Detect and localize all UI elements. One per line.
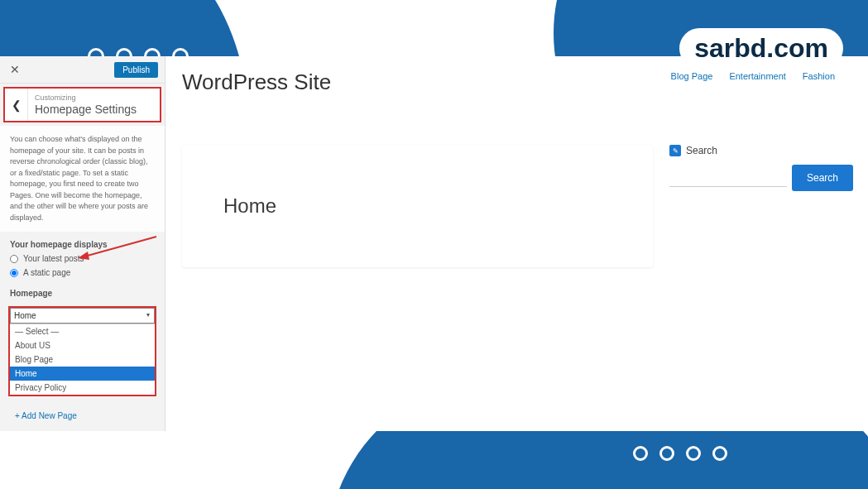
widgets-sidebar: ✎ Search Search — [669, 145, 851, 267]
decor-circle — [712, 446, 727, 461]
customizer-panel: ✕ Publish ❮ Customizing Homepage Setting… — [0, 56, 165, 431]
search-button[interactable]: Search — [792, 165, 853, 191]
homepage-label: Homepage — [10, 289, 155, 298]
homepage-displays-section: Your homepage displays Your latest posts… — [0, 232, 165, 280]
decor-circle — [633, 446, 648, 461]
widget-title-row: ✎ Search — [669, 145, 851, 156]
brand-text: sarbd.com — [694, 33, 828, 63]
dropdown-option-home[interactable]: Home — [10, 367, 155, 381]
homepage-dropdown[interactable]: Home ▾ — Select — About US Blog Page Hom… — [8, 306, 156, 396]
nav-link-entertainment[interactable]: Entertainment — [729, 71, 785, 81]
back-button[interactable]: ❮ — [5, 89, 28, 121]
dropdown-option-blog[interactable]: Blog Page — [10, 352, 155, 367]
chevron-left-icon: ❮ — [12, 98, 22, 112]
decor-circle — [659, 446, 674, 461]
homepage-select-section: Homepage — [0, 280, 165, 301]
dropdown-list: — Select — About US Blog Page Home Priva… — [10, 324, 155, 395]
page-card: Home — [182, 145, 653, 267]
breadcrumb-label: Customizing — [35, 93, 153, 102]
close-icon[interactable]: ✕ — [7, 60, 23, 79]
page-title: Home — [223, 194, 611, 218]
content-row: Home ✎ Search Search — [182, 145, 851, 267]
radio-latest-posts[interactable]: Your latest posts — [10, 254, 155, 263]
customizer-topbar: ✕ Publish — [0, 56, 165, 84]
dropdown-option-privacy[interactable]: Privacy Policy — [10, 381, 155, 395]
radio-input-static[interactable] — [10, 269, 18, 277]
radio-static-page[interactable]: A static page — [10, 268, 155, 277]
radio-label-latest: Your latest posts — [23, 254, 84, 263]
search-form: Search — [669, 165, 851, 191]
section-title: Homepage Settings — [35, 103, 153, 116]
decor-circle — [686, 446, 701, 461]
add-new-page-link[interactable]: + Add New Page — [0, 401, 165, 430]
publish-button[interactable]: Publish — [114, 62, 158, 78]
displays-label: Your homepage displays — [10, 240, 155, 249]
primary-nav: Blog Page Entertainment Fashion — [671, 71, 835, 81]
brand-badge: sarbd.com — [679, 28, 843, 69]
decor-bottom-circles — [633, 446, 727, 461]
app-container: ✕ Publish ❮ Customizing Homepage Setting… — [0, 56, 868, 431]
customizer-header-text: Customizing Homepage Settings — [28, 89, 160, 121]
radio-label-static: A static page — [23, 268, 70, 277]
search-input[interactable] — [669, 170, 787, 187]
dropdown-selected[interactable]: Home — [10, 308, 155, 324]
dropdown-option-about[interactable]: About US — [10, 338, 155, 352]
radio-input-latest[interactable] — [10, 255, 18, 263]
edit-shortcut-icon[interactable]: ✎ — [669, 145, 681, 156]
site-preview: WordPress Site Blog Page Entertainment F… — [165, 56, 868, 431]
widget-title: Search — [686, 145, 717, 156]
section-description: You can choose what's displayed on the h… — [0, 126, 165, 232]
nav-link-fashion[interactable]: Fashion — [803, 71, 835, 81]
dropdown-option-select[interactable]: — Select — — [10, 324, 155, 338]
search-widget: ✎ Search Search — [669, 145, 851, 191]
customizer-header: ❮ Customizing Homepage Settings — [3, 87, 161, 122]
nav-link-blog[interactable]: Blog Page — [671, 71, 713, 81]
